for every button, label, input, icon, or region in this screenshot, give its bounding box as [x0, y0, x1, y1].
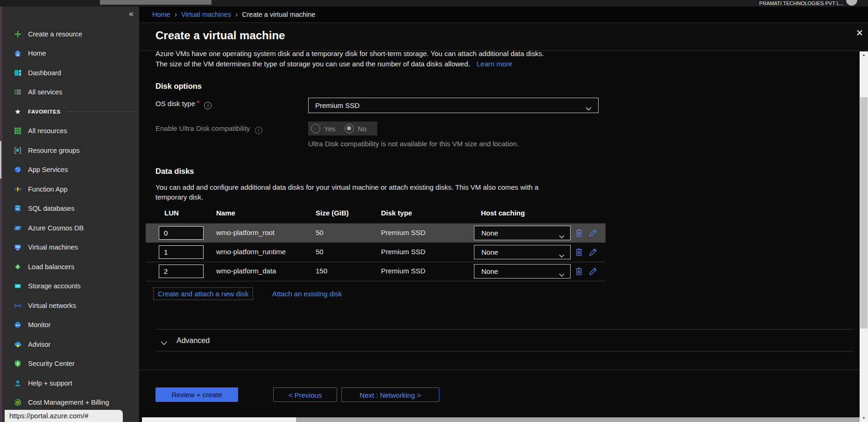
learn-more-link[interactable]: Learn more [477, 60, 513, 68]
ultra-disk-no-radio[interactable]: No [342, 122, 377, 136]
sidebar-item-sql-databases[interactable]: SQL SQL databases [2, 199, 139, 219]
scroll-up-icon[interactable]: ▲ [860, 51, 868, 59]
load-balancers-icon [14, 263, 22, 271]
sql-databases-icon: SQL [14, 204, 22, 213]
sidebar-item-label: Azure Cosmos DB [28, 224, 84, 232]
data-disks-heading: Data disks [155, 167, 194, 176]
intro-text-line2: The size of the VM determines the type o… [155, 60, 512, 68]
sidebar-item-all-resources[interactable]: All resources [2, 122, 139, 141]
sidebar-item-all-services[interactable]: All services [2, 83, 139, 102]
os-disk-type-select[interactable]: Premium SSD [308, 98, 599, 113]
star-icon: ★ [14, 107, 22, 116]
breadcrumb: Home › Virtual machines › Create a virtu… [139, 7, 868, 22]
sidebar-item-virtual-machines[interactable]: Virtual machines [2, 238, 139, 257]
help-support-icon [14, 379, 22, 387]
delete-disk-icon[interactable] [573, 266, 585, 277]
chevron-down-icon[interactable] [161, 339, 167, 347]
vertical-scrollbar[interactable]: ▲ ▼ [860, 51, 868, 422]
sidebar-item-dashboard[interactable]: Dashboard [2, 63, 139, 83]
sidebar-item-label: Load balancers [28, 263, 74, 271]
horizontal-scrollbar[interactable] [142, 417, 860, 422]
sidebar-item-storage-accounts[interactable]: Storage accounts [2, 277, 139, 296]
sidebar-item-label: Virtual networks [28, 302, 76, 309]
sidebar-item-label: Monitor [28, 321, 50, 329]
disk-type: Premium SSD [381, 267, 425, 275]
table-row: wmo-platform_root 50 Premium SSD None [146, 223, 606, 243]
disk-options-heading: Disk options [155, 82, 202, 91]
cosmos-db-icon [14, 224, 22, 232]
sidebar-item-monitor[interactable]: Monitor [2, 315, 139, 335]
create-attach-new-disk-link[interactable]: Create and attach a new disk [153, 287, 253, 300]
column-header-size: Size (GiB) [316, 209, 349, 217]
sidebar-item-azure-cosmos-db[interactable]: Azure Cosmos DB [2, 218, 139, 238]
sidebar-item-label: Security Center [28, 360, 75, 367]
previous-button[interactable]: < Previous [273, 387, 337, 402]
review-create-button[interactable]: Review + create [155, 387, 238, 402]
security-center-icon [14, 359, 22, 368]
lun-input[interactable] [159, 226, 204, 240]
virtual-machines-icon [14, 243, 22, 251]
sidebar-scrollbar-thumb[interactable] [0, 141, 1, 179]
next-networking-button[interactable]: Next : Networking > [341, 387, 439, 402]
vertical-scrollbar-thumb[interactable] [860, 97, 868, 329]
chevron-down-icon [586, 104, 592, 113]
sidebar-item-label: Function App [28, 186, 68, 193]
disk-name: wmo-platform_runtime [216, 248, 286, 256]
os-disk-type-label-row: OS disk type*i [155, 100, 212, 109]
horizontal-scrollbar-thumb[interactable] [296, 417, 860, 422]
edit-disk-icon[interactable] [587, 266, 599, 277]
sidebar-item-load-balancers[interactable]: Load balancers [2, 257, 139, 277]
disks-tab-content: Azure VMs have one operating system disk… [139, 51, 860, 370]
info-icon[interactable]: i [204, 102, 212, 109]
ultra-disk-yes-radio[interactable]: Yes [308, 122, 346, 136]
app-services-icon [14, 165, 22, 174]
sidebar-item-resource-groups[interactable]: Resource groups [2, 141, 139, 160]
edit-disk-icon[interactable] [587, 247, 599, 258]
edit-disk-icon[interactable] [587, 228, 599, 239]
close-icon[interactable]: ✕ [854, 28, 865, 38]
lun-input[interactable] [159, 245, 204, 259]
chevron-down-icon [559, 232, 565, 240]
ultra-disk-note: Ultra Disk compatibility is not availabl… [308, 140, 519, 148]
disk-size: 50 [316, 248, 324, 256]
host-caching-select[interactable]: None [474, 264, 571, 279]
delete-disk-icon[interactable] [573, 247, 585, 258]
sidebar-item-app-services[interactable]: App Services [2, 160, 139, 180]
favorites-divider [66, 111, 134, 112]
search-box-fragment[interactable] [100, 0, 212, 5]
breadcrumb-home-link[interactable]: Home [152, 11, 170, 18]
radio-checked-icon [345, 124, 354, 133]
sidebar-item-cost-management[interactable]: $ Cost Management + Billing [2, 393, 139, 413]
breadcrumb-virtual-machines-link[interactable]: Virtual machines [181, 11, 231, 18]
advanced-section-toggle[interactable]: Advanced [176, 336, 210, 345]
sidebar-section-favorites: ★ FAVORITES [2, 102, 139, 122]
lun-input[interactable] [159, 265, 204, 278]
sidebar-item-virtual-networks[interactable]: Virtual networks [2, 296, 139, 315]
advisor-icon [14, 340, 22, 349]
sidebar-item-security-center[interactable]: Security Center [2, 354, 139, 374]
os-disk-type-value: Premium SSD [315, 101, 360, 109]
sidebar-item-help-support[interactable]: Help + support [2, 373, 139, 393]
sidebar-item-label: Help + support [28, 379, 72, 387]
table-row: wmo-platform_data 150 Premium SSD None [146, 262, 606, 281]
page-title: Create a virtual machine [155, 29, 285, 42]
disk-name: wmo-platform_root [216, 229, 275, 236]
sidebar-item-label: Create a resource [28, 30, 82, 38]
attach-existing-disk-link[interactable]: Attach an existing disk [272, 290, 342, 298]
sidebar-item-advisor[interactable]: Advisor [2, 335, 139, 354]
host-caching-select[interactable]: None [474, 245, 571, 259]
sidebar-collapse-icon[interactable]: « [129, 9, 134, 19]
data-disks-description-line2: temporary disk. [155, 193, 204, 201]
sidebar-item-create-a-resource[interactable]: Create a resource [2, 24, 139, 44]
host-caching-select[interactable]: None [474, 226, 571, 240]
info-icon[interactable]: i [255, 127, 262, 134]
ultra-disk-label-row: Enable Ultra Disk compatibilityi [155, 124, 262, 134]
sidebar-item-home[interactable]: Home [2, 44, 139, 64]
sidebar-item-function-app[interactable]: Function App [2, 179, 139, 199]
top-bar: PRAMATI TECHNOLOGIES PVT L... [0, 0, 868, 7]
sidebar-item-label: Home [28, 50, 46, 57]
delete-disk-icon[interactable] [573, 228, 585, 239]
home-icon [14, 49, 22, 57]
disk-type: Premium SSD [381, 248, 425, 256]
scroll-down-icon[interactable]: ▼ [860, 415, 868, 422]
